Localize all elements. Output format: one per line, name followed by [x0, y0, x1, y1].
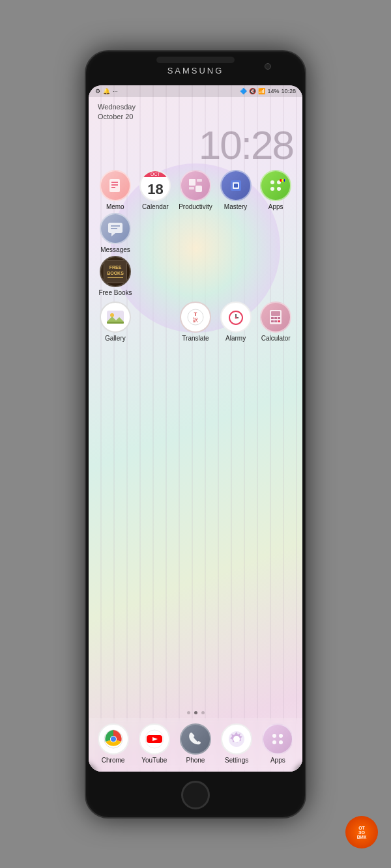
app-row-4: Gallery T 訳 Translate — [95, 301, 296, 342]
app-translate[interactable]: T 訳 Translate — [175, 301, 216, 342]
gallery-icon — [100, 301, 131, 333]
svg-point-11 — [270, 180, 274, 184]
more-status-icon: ··· — [113, 88, 118, 94]
dock-area: Chrome YouTube — [89, 707, 302, 772]
app-row-3: FREEBOOKS Free Books — [95, 256, 296, 296]
home-button[interactable] — [181, 781, 210, 809]
svg-point-51 — [279, 734, 283, 738]
otzovik-badge: ОТЗОВИК — [345, 816, 378, 848]
productivity-label: Productivity — [179, 203, 212, 210]
svg-rect-35 — [271, 317, 274, 319]
camera — [265, 63, 271, 70]
status-bar: ⚙ 🔔 ··· 🔷 🔇 📶 14% 10:28 — [89, 85, 302, 97]
clock-display: 10:28 — [199, 122, 293, 168]
svg-point-44 — [111, 736, 116, 742]
memo-label: Memo — [106, 203, 124, 210]
svg-point-14 — [277, 187, 281, 191]
app-gallery[interactable]: Gallery — [95, 301, 136, 342]
cal-header: OCT — [141, 171, 169, 177]
calendar-label: Calendar — [142, 203, 169, 210]
svg-point-50 — [272, 734, 276, 738]
svg-rect-10 — [234, 184, 238, 188]
app-messages[interactable]: Messages — [95, 213, 136, 253]
freebooks-icon: FREEBOOKS — [100, 256, 131, 287]
svg-rect-38 — [271, 320, 274, 322]
svg-point-53 — [279, 740, 283, 744]
svg-rect-5 — [197, 179, 202, 182]
page-dot-1 — [187, 711, 190, 714]
bluetooth-icon: 🔷 — [240, 88, 247, 94]
app-apps[interactable]: Apps — [255, 170, 296, 210]
youtube-icon — [139, 723, 170, 755]
svg-rect-18 — [108, 223, 123, 233]
youtube-label: YouTube — [141, 757, 167, 764]
app-mastery[interactable]: Mastery — [216, 170, 256, 210]
phone-speaker — [156, 57, 235, 63]
mastery-icon — [220, 170, 252, 201]
svg-rect-34 — [271, 311, 280, 316]
translate-icon: T 訳 — [180, 301, 211, 333]
svg-rect-37 — [278, 317, 280, 319]
calendar-icon: OCT 18 — [139, 170, 171, 201]
dock-chrome[interactable]: Chrome — [93, 723, 134, 764]
svg-rect-39 — [274, 320, 277, 322]
svg-rect-25 — [107, 322, 124, 324]
messages-icon — [100, 213, 131, 244]
chrome-icon — [98, 723, 129, 755]
status-left: ⚙ 🔔 ··· — [95, 88, 118, 94]
dock-apps[interactable]: Apps — [257, 723, 298, 764]
app-productivity[interactable]: Productivity — [175, 170, 216, 210]
battery-text: 14% — [267, 88, 279, 94]
app-row-1: Memo OCT 18 Calendar — [95, 170, 296, 210]
page-dots — [89, 707, 302, 718]
translate-label: Translate — [182, 335, 209, 342]
home-content: Memo OCT 18 Calendar — [89, 170, 302, 342]
phone: SAMSUNG ⚙ 🔔 ··· 🔷 🔇 📶 14% 10:28 — [85, 50, 306, 819]
app-freebooks[interactable]: FREEBOOKS Free Books — [95, 256, 136, 296]
apps-dock-icon — [262, 723, 293, 755]
svg-rect-6 — [189, 187, 194, 189]
svg-point-52 — [272, 740, 276, 744]
alarmy-icon — [220, 301, 252, 333]
date-area: Wednesday October 20 — [89, 97, 302, 125]
date-text: Wednesday October 20 — [98, 102, 293, 122]
volume-icon: 🔇 — [249, 88, 256, 94]
calculator-icon — [260, 301, 291, 333]
svg-point-49 — [233, 736, 240, 742]
apps-icon — [260, 170, 291, 201]
memo-icon — [100, 170, 131, 201]
svg-marker-19 — [111, 233, 115, 236]
dock-youtube[interactable]: YouTube — [134, 723, 175, 764]
dock-settings[interactable]: Settings — [216, 723, 257, 764]
mastery-label: Mastery — [224, 203, 248, 210]
svg-rect-0 — [109, 179, 120, 192]
productivity-icon — [180, 170, 211, 201]
settings-label: Settings — [225, 757, 248, 764]
page-dot-home — [194, 711, 197, 714]
status-right: 🔷 🔇 📶 14% 10:28 — [240, 88, 296, 94]
notification-status-icon: 🔔 — [103, 88, 110, 94]
app-memo[interactable]: Memo — [95, 170, 136, 210]
app-alarmy[interactable]: Alarmy — [216, 301, 256, 342]
cal-date: 18 — [147, 181, 163, 198]
alarmy-label: Alarmy — [225, 335, 246, 342]
gallery-label: Gallery — [105, 335, 126, 342]
svg-rect-7 — [195, 186, 202, 192]
dock: Chrome YouTube — [89, 718, 302, 772]
svg-rect-4 — [189, 179, 195, 186]
messages-label: Messages — [100, 246, 130, 253]
app-calendar[interactable]: OCT 18 Calendar — [136, 170, 176, 210]
freebooks-label: Free Books — [98, 289, 132, 296]
svg-rect-40 — [278, 320, 280, 322]
apps-dock-label: Apps — [270, 757, 285, 764]
apps-label: Apps — [268, 203, 283, 210]
app-row-2: Messages — [95, 213, 296, 253]
settings-icon — [221, 723, 252, 755]
app-calculator[interactable]: Calculator — [255, 301, 296, 342]
phone-dock-label: Phone — [186, 757, 205, 764]
brand-label: SAMSUNG — [167, 66, 224, 76]
dock-phone[interactable]: Phone — [175, 723, 216, 764]
time-text: 10:28 — [281, 88, 296, 94]
svg-text:訳: 訳 — [193, 317, 198, 323]
page-dot-3 — [201, 711, 205, 714]
